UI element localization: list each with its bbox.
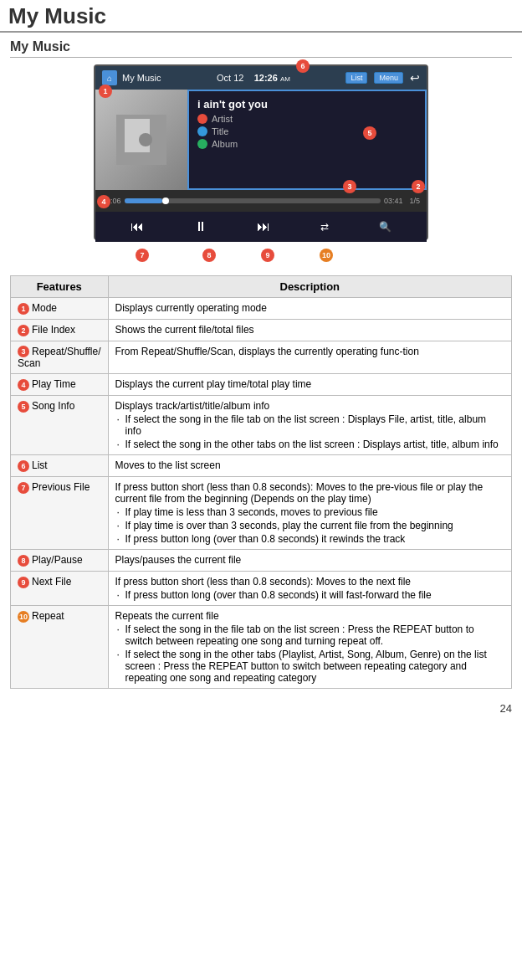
list-button[interactable]: List <box>345 72 367 84</box>
table-row: 6ListMoves to the list screen <box>11 455 512 477</box>
list-item: If select the song in the file tab on th… <box>115 623 504 647</box>
description-cell: Displays track/artist/title/album infoIf… <box>108 396 511 455</box>
album-label: Album <box>212 139 238 149</box>
badge-1: 1 <box>99 85 112 98</box>
feature-cell: 7Previous File <box>11 477 109 550</box>
repeat-button[interactable]: ⇄ <box>320 221 329 233</box>
screen-top-bar: ⌂ My Music Oct 12 12:26 AM List Menu ↩ <box>95 66 427 90</box>
screen-controls: ⏮ ⏸ ⏭ ⇄ 🔍 <box>95 212 427 242</box>
description-list: If press button long (over than 0.8 seco… <box>115 589 504 601</box>
search-button[interactable]: 🔍 <box>379 221 392 233</box>
description-cell: If press button short (less than 0.8 sec… <box>108 477 511 550</box>
next-button[interactable]: ⏭ <box>257 219 270 234</box>
progress-ball <box>162 198 169 204</box>
feature-badge: 3 <box>18 346 29 357</box>
table-row: 3Repeat/Shuffle/ScanFrom Repeat/Shuffle/… <box>11 341 512 374</box>
description-main: Displays track/artist/title/album info <box>115 400 270 412</box>
back-button[interactable]: ↩ <box>410 71 420 85</box>
page-counter: 1/5 <box>409 197 420 205</box>
right-controls: List Menu ↩ <box>345 71 420 85</box>
artist-icon <box>197 114 207 124</box>
date-display: Oct 12 <box>217 73 243 83</box>
section-title: My Music <box>10 39 512 58</box>
pause-button[interactable]: ⏸ <box>194 219 207 234</box>
table-row: 10RepeatRepeats the current fileIf selec… <box>11 605 512 688</box>
features-table: Features Description 1ModeDisplays curre… <box>10 275 512 689</box>
description-list: If select the song in the file tab on th… <box>115 623 504 684</box>
description-text: Shows the current file/total files <box>108 319 511 341</box>
badge-4: 4 <box>97 195 110 208</box>
list-item: If press button long (over than 0.8 seco… <box>115 589 504 601</box>
device-screenshot: 1 6 2 3 4 5 ⌂ My Music Oct 12 12:26 <box>94 64 428 240</box>
list-item: If select the song in the other tabs on … <box>115 439 504 450</box>
table-row: 7Previous FileIf press button short (les… <box>11 477 512 550</box>
table-row: 8Play/PausePlays/pauses the current file <box>11 550 512 572</box>
feature-badge: 1 <box>18 303 29 315</box>
song-info-panel: i ain't got you Artist Title Album <box>187 90 427 190</box>
list-item: If play time is over than 3 seconds, pla… <box>115 520 504 531</box>
description-text: Moves to the list screen <box>108 455 511 477</box>
table-row: 5Song InfoDisplays track/artist/title/al… <box>11 396 512 455</box>
description-main: Repeats the current file <box>115 610 219 622</box>
time-display: 12:26 <box>254 73 278 83</box>
badge-9: 9 <box>261 249 274 262</box>
section-wrapper: My Music 1 6 2 3 4 5 ⌂ My Music Oct 1 <box>0 33 522 695</box>
badge-10: 10 <box>320 249 333 262</box>
feature-name: Repeat <box>32 610 64 622</box>
total-time: 03:41 <box>384 197 403 205</box>
album-icon <box>197 139 207 149</box>
badge-7: 7 <box>136 249 149 262</box>
datetime: Oct 12 12:26 AM <box>217 73 290 83</box>
home-icon: ⌂ <box>102 70 117 85</box>
feature-name: Repeat/Shuffle/Scan <box>18 346 101 370</box>
feature-cell: 8Play/Pause <box>11 550 109 572</box>
description-main: If press button short (less than 0.8 sec… <box>115 576 412 587</box>
feature-badge: 2 <box>18 325 29 336</box>
page-title: My Music <box>8 3 514 29</box>
page-header: My Music <box>0 0 522 33</box>
description-text: From Repeat/Shuffle/Scan, displays the c… <box>108 341 511 374</box>
col2-header: Description <box>108 276 511 298</box>
feature-badge: 7 <box>18 482 29 494</box>
badge-3: 3 <box>343 180 356 193</box>
feature-name: Song Info <box>32 400 74 412</box>
screen-content: i ain't got you Artist Title Album <box>95 90 427 190</box>
description-list: If select the song in the file tab on th… <box>115 413 504 450</box>
description-text: Plays/pauses the current file <box>108 550 511 572</box>
list-item: If select the song in the file tab on th… <box>115 413 504 437</box>
table-row: 1ModeDisplays currently operating mode <box>11 298 512 320</box>
description-cell: If press button short (less than 0.8 sec… <box>108 571 511 605</box>
col1-header: Features <box>11 276 109 298</box>
feature-name: Play/Pause <box>32 554 83 566</box>
title-label: Title <box>212 126 228 136</box>
screen-bottom-bar: 00:06 03:41 1/5 <box>95 190 427 212</box>
feature-cell: 4Play Time <box>11 374 109 396</box>
list-item: If play time is less than 3 seconds, mov… <box>115 506 504 518</box>
feature-name: List <box>32 459 48 471</box>
table-row: 9Next FileIf press button short (less th… <box>11 571 512 605</box>
table-row: 2File IndexShows the current file/total … <box>11 319 512 341</box>
album-row: Album <box>197 139 417 149</box>
title-row: Title <box>197 126 417 136</box>
feature-badge: 4 <box>18 379 29 391</box>
description-main: If press button short (less than 0.8 sec… <box>115 481 484 505</box>
feature-name: Next File <box>32 576 71 587</box>
prev-button[interactable]: ⏮ <box>130 219 144 234</box>
badge-8: 8 <box>202 249 216 262</box>
feature-cell: 3Repeat/Shuffle/Scan <box>11 341 109 374</box>
menu-button[interactable]: Menu <box>374 72 403 84</box>
list-item: If press button long (over than 0.8 seco… <box>115 533 504 545</box>
badge-5: 5 <box>363 126 376 140</box>
screen-title: My Music <box>122 73 161 83</box>
feature-cell: 5Song Info <box>11 396 109 455</box>
progress-fill <box>125 198 163 203</box>
list-item: If select the song in the other tabs (Pl… <box>115 649 504 684</box>
badge-6: 6 <box>296 59 310 73</box>
screen-title-area: ⌂ My Music <box>102 70 161 85</box>
description-list: If play time is less than 3 seconds, mov… <box>115 506 504 545</box>
feature-cell: 2File Index <box>11 319 109 341</box>
feature-name: File Index <box>32 324 75 336</box>
feature-badge: 8 <box>18 555 29 567</box>
feature-name: Play Time <box>32 378 76 390</box>
feature-badge: 5 <box>18 401 29 413</box>
